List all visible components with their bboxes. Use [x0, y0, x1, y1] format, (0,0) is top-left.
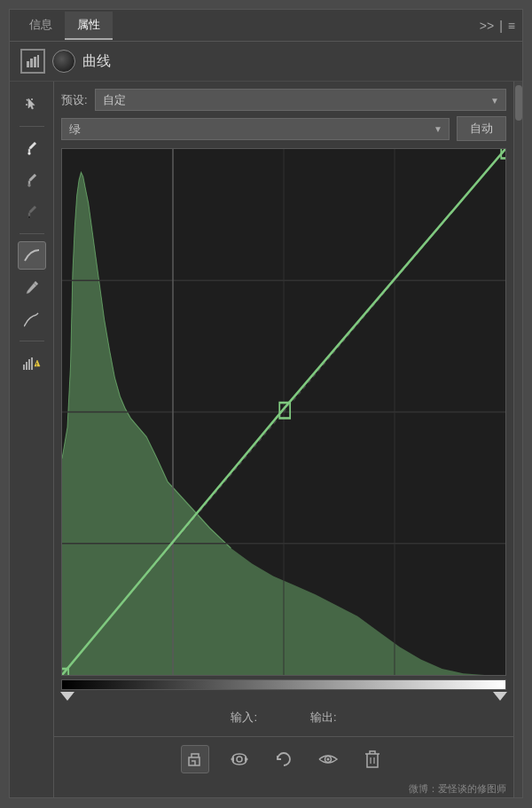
curve-tool[interactable] [18, 241, 46, 270]
pencil-tool[interactable] [18, 273, 46, 302]
gradient-handles [61, 690, 506, 704]
histogram-icon-box [20, 49, 45, 74]
scrollbar[interactable] [513, 82, 522, 797]
left-toolbar: ! [10, 82, 54, 797]
auto-button[interactable]: 自动 [457, 116, 506, 141]
preset-select-wrapper: 自定 默认 线性对比度 中等对比度 强对比度 ▼ [95, 89, 506, 111]
svg-rect-14 [26, 362, 27, 370]
preset-label: 预设: [61, 92, 88, 108]
clip-to-layer-button[interactable] [181, 745, 209, 773]
preset-select[interactable]: 自定 默认 线性对比度 中等对比度 强对比度 [95, 89, 506, 111]
gradient-handle-right-triangle[interactable] [493, 692, 507, 701]
svg-rect-1 [30, 59, 33, 67]
separator-2 [20, 233, 44, 234]
output-label: 输出: [310, 710, 337, 726]
gradient-bar-container [61, 679, 506, 704]
right-panel: 预设: 自定 默认 线性对比度 中等对比度 强对比度 ▼ [54, 82, 513, 736]
eyedropper-gray-tool[interactable] [18, 166, 46, 194]
channel-select[interactable]: RGB 红 绿 蓝 [61, 118, 450, 140]
svg-rect-0 [27, 61, 29, 67]
channel-select-wrapper: RGB 红 绿 蓝 ▼ [61, 118, 450, 140]
watermark: 微博：爱怪谈的修图师 [54, 781, 513, 797]
gradient-handle-left-triangle[interactable] [60, 692, 74, 701]
panel-title: 曲线 [82, 52, 111, 71]
tab-info[interactable]: 信息 [17, 12, 65, 40]
svg-point-32 [237, 757, 242, 762]
svg-point-34 [327, 757, 330, 760]
view-previous-button[interactable] [225, 745, 254, 773]
input-label: 输入: [231, 710, 257, 726]
tab-properties[interactable]: 属性 [65, 12, 113, 40]
smooth-tool[interactable] [18, 305, 46, 333]
separator-3 [20, 341, 44, 341]
menu-icon[interactable]: ≡ [508, 19, 515, 33]
svg-point-11 [27, 216, 30, 219]
svg-point-9 [27, 184, 30, 187]
pointer-tool[interactable] [18, 90, 46, 119]
eyedropper-white-tool[interactable] [18, 134, 46, 162]
channel-row: RGB 红 绿 蓝 ▼ 自动 [61, 116, 506, 141]
svg-rect-2 [34, 57, 36, 67]
adj-header: 曲线 [10, 42, 522, 82]
panel-content: 预设: 自定 默认 线性对比度 中等对比度 强对比度 ▼ [54, 82, 513, 797]
svg-rect-16 [31, 357, 33, 370]
main-area: ! 预设: 自定 默认 线性对比度 中等对比度 强对比度 [10, 82, 522, 797]
svg-rect-3 [37, 55, 39, 67]
eyedropper-black-tool[interactable] [18, 198, 46, 226]
properties-panel: 信息 属性 >> | ≡ 曲线 [9, 9, 523, 798]
divider-icon: | [499, 19, 503, 33]
svg-rect-13 [23, 365, 25, 370]
svg-rect-15 [28, 359, 30, 370]
delete-button[interactable] [358, 745, 387, 773]
preset-row: 预设: 自定 默认 线性对比度 中等对比度 强对比度 ▼ [61, 89, 506, 111]
tab-bar: 信息 属性 >> | ≡ [10, 10, 522, 42]
gradient-bar [61, 679, 506, 690]
visibility-button[interactable] [314, 745, 342, 773]
expand-icon[interactable]: >> [480, 19, 494, 33]
histogram-warning-tool[interactable]: ! [18, 349, 46, 377]
circle-icon [52, 50, 75, 73]
tab-actions: >> | ≡ [480, 19, 515, 33]
io-row: 输入: 输出: [61, 704, 506, 729]
curves-graph[interactable] [61, 148, 506, 676]
separator-1 [20, 126, 44, 127]
svg-point-7 [27, 153, 30, 155]
bottom-toolbar [54, 736, 513, 781]
reset-button[interactable] [270, 745, 298, 773]
gradient-bar-row [61, 679, 506, 704]
